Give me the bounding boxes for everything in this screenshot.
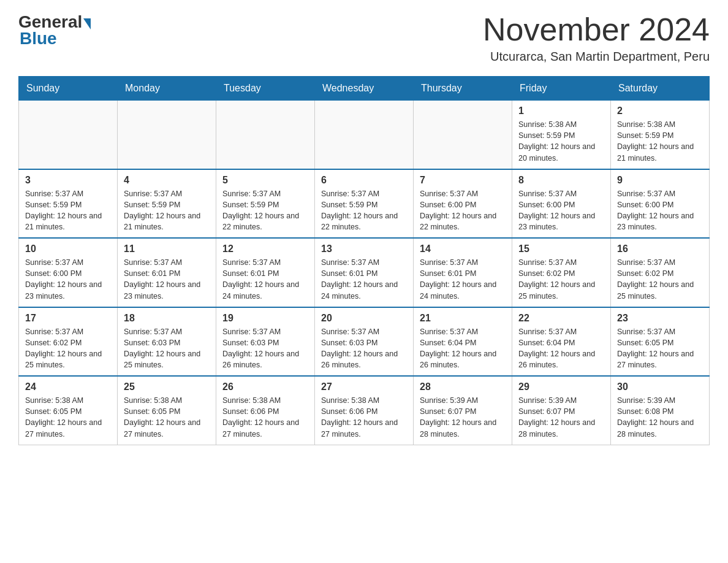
weekday-header-tuesday: Tuesday xyxy=(216,77,315,101)
day-number: 19 xyxy=(222,313,308,324)
day-info: Sunrise: 5:37 AM Sunset: 6:04 PM Dayligh… xyxy=(420,326,506,371)
week-row-4: 17Sunrise: 5:37 AM Sunset: 6:02 PM Dayli… xyxy=(19,307,710,377)
day-number: 7 xyxy=(420,175,506,186)
day-number: 6 xyxy=(321,175,407,186)
calendar-cell: 4Sunrise: 5:37 AM Sunset: 5:59 PM Daylig… xyxy=(118,169,216,239)
logo-blue-text: Blue xyxy=(20,29,57,48)
day-info: Sunrise: 5:37 AM Sunset: 6:03 PM Dayligh… xyxy=(222,326,308,371)
location-subtitle: Utcurarca, San Martin Department, Peru xyxy=(483,50,710,64)
calendar-cell: 15Sunrise: 5:37 AM Sunset: 6:02 PM Dayli… xyxy=(512,238,611,307)
calendar-cell: 16Sunrise: 5:37 AM Sunset: 6:02 PM Dayli… xyxy=(611,238,710,307)
calendar-cell xyxy=(118,101,216,169)
day-info: Sunrise: 5:37 AM Sunset: 6:01 PM Dayligh… xyxy=(420,257,506,302)
calendar-cell: 11Sunrise: 5:37 AM Sunset: 6:01 PM Dayli… xyxy=(118,238,216,307)
day-info: Sunrise: 5:39 AM Sunset: 6:08 PM Dayligh… xyxy=(617,395,703,440)
weekday-header-monday: Monday xyxy=(118,77,216,101)
day-info: Sunrise: 5:38 AM Sunset: 6:05 PM Dayligh… xyxy=(124,395,210,440)
day-number: 30 xyxy=(617,381,703,393)
day-number: 4 xyxy=(124,175,210,186)
day-number: 26 xyxy=(222,381,308,393)
day-info: Sunrise: 5:37 AM Sunset: 6:02 PM Dayligh… xyxy=(25,326,111,371)
day-number: 3 xyxy=(25,175,111,186)
calendar-cell: 25Sunrise: 5:38 AM Sunset: 6:05 PM Dayli… xyxy=(118,376,216,445)
calendar-cell: 12Sunrise: 5:37 AM Sunset: 6:01 PM Dayli… xyxy=(216,238,315,307)
day-number: 13 xyxy=(321,243,407,255)
day-number: 18 xyxy=(124,313,210,324)
calendar-cell: 26Sunrise: 5:38 AM Sunset: 6:06 PM Dayli… xyxy=(216,376,315,445)
day-info: Sunrise: 5:39 AM Sunset: 6:07 PM Dayligh… xyxy=(518,395,604,440)
day-info: Sunrise: 5:37 AM Sunset: 6:00 PM Dayligh… xyxy=(25,257,111,302)
day-number: 8 xyxy=(518,175,604,186)
day-info: Sunrise: 5:37 AM Sunset: 5:59 PM Dayligh… xyxy=(222,188,308,233)
header: General Blue November 2024 Utcurarca, Sa… xyxy=(18,12,710,64)
title-area: November 2024 Utcurarca, San Martin Depa… xyxy=(483,12,710,64)
day-number: 9 xyxy=(617,175,703,186)
day-number: 5 xyxy=(222,175,308,186)
logo-arrow-icon xyxy=(83,18,91,29)
day-info: Sunrise: 5:37 AM Sunset: 6:03 PM Dayligh… xyxy=(321,326,407,371)
day-info: Sunrise: 5:37 AM Sunset: 6:01 PM Dayligh… xyxy=(321,257,407,302)
day-number: 28 xyxy=(420,381,506,393)
calendar-cell: 13Sunrise: 5:37 AM Sunset: 6:01 PM Dayli… xyxy=(315,238,414,307)
calendar-cell: 3Sunrise: 5:37 AM Sunset: 5:59 PM Daylig… xyxy=(19,169,118,239)
day-info: Sunrise: 5:37 AM Sunset: 5:59 PM Dayligh… xyxy=(321,188,407,233)
calendar-cell: 5Sunrise: 5:37 AM Sunset: 5:59 PM Daylig… xyxy=(216,169,315,239)
calendar-cell: 10Sunrise: 5:37 AM Sunset: 6:00 PM Dayli… xyxy=(19,238,118,307)
weekday-header-row: SundayMondayTuesdayWednesdayThursdayFrid… xyxy=(19,77,710,101)
weekday-header-friday: Friday xyxy=(512,77,611,101)
day-info: Sunrise: 5:37 AM Sunset: 6:02 PM Dayligh… xyxy=(518,257,604,302)
calendar-cell xyxy=(216,101,315,169)
day-number: 14 xyxy=(420,243,506,255)
day-number: 25 xyxy=(124,381,210,393)
day-info: Sunrise: 5:38 AM Sunset: 6:06 PM Dayligh… xyxy=(222,395,308,440)
day-info: Sunrise: 5:37 AM Sunset: 6:00 PM Dayligh… xyxy=(420,188,506,233)
day-info: Sunrise: 5:38 AM Sunset: 5:59 PM Dayligh… xyxy=(617,119,703,164)
calendar-cell: 21Sunrise: 5:37 AM Sunset: 6:04 PM Dayli… xyxy=(414,307,512,377)
day-info: Sunrise: 5:37 AM Sunset: 6:02 PM Dayligh… xyxy=(617,257,703,302)
calendar-cell: 22Sunrise: 5:37 AM Sunset: 6:04 PM Dayli… xyxy=(512,307,611,377)
day-info: Sunrise: 5:37 AM Sunset: 6:00 PM Dayligh… xyxy=(518,188,604,233)
calendar-cell: 2Sunrise: 5:38 AM Sunset: 5:59 PM Daylig… xyxy=(611,101,710,169)
day-number: 15 xyxy=(518,243,604,255)
day-number: 23 xyxy=(617,313,703,324)
calendar-cell: 14Sunrise: 5:37 AM Sunset: 6:01 PM Dayli… xyxy=(414,238,512,307)
month-year-title: November 2024 xyxy=(483,12,710,47)
calendar-cell xyxy=(315,101,414,169)
day-info: Sunrise: 5:37 AM Sunset: 6:01 PM Dayligh… xyxy=(222,257,308,302)
week-row-2: 3Sunrise: 5:37 AM Sunset: 5:59 PM Daylig… xyxy=(19,169,710,239)
day-info: Sunrise: 5:39 AM Sunset: 6:07 PM Dayligh… xyxy=(420,395,506,440)
day-info: Sunrise: 5:37 AM Sunset: 6:04 PM Dayligh… xyxy=(518,326,604,371)
day-info: Sunrise: 5:37 AM Sunset: 6:01 PM Dayligh… xyxy=(124,257,210,302)
calendar-cell xyxy=(19,101,118,169)
logo: General Blue xyxy=(18,12,91,48)
day-info: Sunrise: 5:38 AM Sunset: 6:05 PM Dayligh… xyxy=(25,395,111,440)
day-number: 16 xyxy=(617,243,703,255)
day-number: 17 xyxy=(25,313,111,324)
day-info: Sunrise: 5:37 AM Sunset: 6:00 PM Dayligh… xyxy=(617,188,703,233)
calendar-cell: 20Sunrise: 5:37 AM Sunset: 6:03 PM Dayli… xyxy=(315,307,414,377)
calendar-cell: 9Sunrise: 5:37 AM Sunset: 6:00 PM Daylig… xyxy=(611,169,710,239)
day-info: Sunrise: 5:37 AM Sunset: 6:03 PM Dayligh… xyxy=(124,326,210,371)
day-number: 21 xyxy=(420,313,506,324)
week-row-5: 24Sunrise: 5:38 AM Sunset: 6:05 PM Dayli… xyxy=(19,376,710,445)
calendar-cell: 19Sunrise: 5:37 AM Sunset: 6:03 PM Dayli… xyxy=(216,307,315,377)
weekday-header-saturday: Saturday xyxy=(611,77,710,101)
calendar-cell: 28Sunrise: 5:39 AM Sunset: 6:07 PM Dayli… xyxy=(414,376,512,445)
weekday-header-sunday: Sunday xyxy=(19,77,118,101)
calendar-cell: 30Sunrise: 5:39 AM Sunset: 6:08 PM Dayli… xyxy=(611,376,710,445)
calendar-cell: 7Sunrise: 5:37 AM Sunset: 6:00 PM Daylig… xyxy=(414,169,512,239)
calendar-cell: 6Sunrise: 5:37 AM Sunset: 5:59 PM Daylig… xyxy=(315,169,414,239)
day-number: 24 xyxy=(25,381,111,393)
calendar-cell: 1Sunrise: 5:38 AM Sunset: 5:59 PM Daylig… xyxy=(512,101,611,169)
weekday-header-wednesday: Wednesday xyxy=(315,77,414,101)
day-info: Sunrise: 5:37 AM Sunset: 6:05 PM Dayligh… xyxy=(617,326,703,371)
calendar-cell xyxy=(414,101,512,169)
calendar-cell: 29Sunrise: 5:39 AM Sunset: 6:07 PM Dayli… xyxy=(512,376,611,445)
day-number: 29 xyxy=(518,381,604,393)
calendar-table: SundayMondayTuesdayWednesdayThursdayFrid… xyxy=(18,76,710,445)
weekday-header-thursday: Thursday xyxy=(414,77,512,101)
day-number: 10 xyxy=(25,243,111,255)
day-number: 1 xyxy=(518,105,604,117)
calendar-cell: 27Sunrise: 5:38 AM Sunset: 6:06 PM Dayli… xyxy=(315,376,414,445)
day-number: 27 xyxy=(321,381,407,393)
